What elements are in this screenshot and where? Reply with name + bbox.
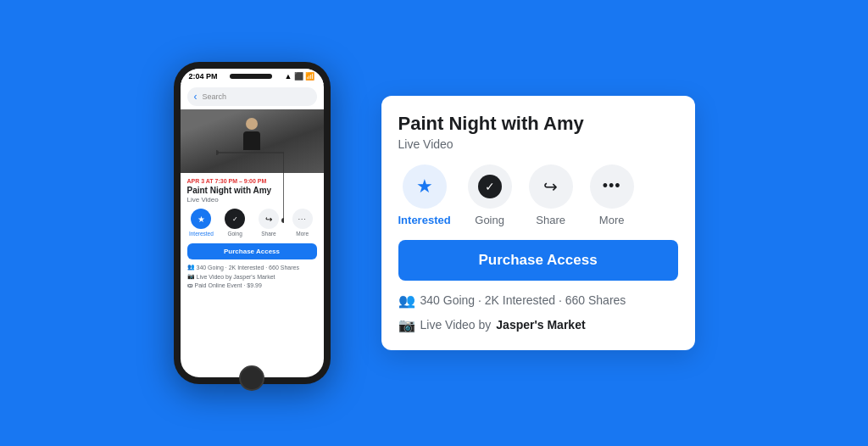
phone-stats: 👥 340 Going · 2K Interested · 660 Shares (187, 264, 317, 270)
phone-interested-label: Interested (189, 231, 214, 237)
phone-interested-btn[interactable]: ★ Interested (187, 209, 216, 237)
phone-going-btn[interactable]: ✓ Going (220, 209, 249, 237)
phone-paid-icon: 🎟 (187, 282, 193, 288)
phone-event-title: Paint Night with Amy (187, 186, 317, 195)
popup-interested-label: Interested (398, 214, 451, 226)
popup-live-prefix: Live Video by (420, 318, 492, 332)
phone-interested-circle: ★ (191, 209, 211, 229)
popup-stats-text: 340 Going · 2K Interested · 660 Shares (420, 293, 626, 307)
phone-paid-text: Paid Online Event · $9.99 (195, 282, 262, 288)
phone-share-label: Share (261, 231, 275, 237)
more-icon: ••• (603, 177, 621, 195)
popup-live-host: Jasper's Market (496, 318, 585, 332)
check-icon: ✓ (478, 175, 502, 198)
person-head (246, 118, 258, 130)
people-icon: 👥 (398, 293, 415, 309)
phone-share-circle: ↪ (259, 209, 279, 229)
phone-more-btn[interactable]: ··· More (288, 209, 317, 237)
phone-mockup: 2:04 PM ▲ ⬛ 📶 ‹ Search APR (174, 62, 331, 384)
phone-time: 2:04 PM (189, 72, 218, 81)
person-body (243, 131, 260, 150)
popup-stats: 👥 340 Going · 2K Interested · 660 Shares (398, 293, 678, 309)
phone-more-circle: ··· (292, 209, 313, 229)
popup-going-btn[interactable]: ✓ Going (468, 164, 512, 226)
back-arrow-icon[interactable]: ‹ (194, 91, 198, 103)
popup-interested-btn[interactable]: ★ Interested (398, 164, 451, 226)
phone-event-content: APR 3 AT 7:30 PM – 9:00 PM Paint Night w… (181, 173, 324, 377)
popup-purchase-button[interactable]: Purchase Access (398, 240, 678, 281)
phone-search-placeholder: Search (203, 92, 227, 101)
phone-search-bar[interactable]: ‹ Search (187, 87, 317, 106)
phone-screen: 2:04 PM ▲ ⬛ 📶 ‹ Search APR (181, 69, 324, 377)
phone-notch (230, 74, 272, 79)
camera-icon: 📷 (398, 317, 415, 333)
phone-event-image (181, 109, 324, 173)
phone-going-label: Going (227, 231, 242, 237)
popup-more-label: More (599, 214, 625, 226)
popup-subtitle: Live Video (398, 137, 678, 151)
popup-share-label: Share (536, 214, 565, 226)
phone-icons: ▲ ⬛ 📶 (285, 72, 315, 81)
phone-action-buttons: ★ Interested ✓ Going ↪ Share ··· More (187, 209, 317, 237)
phone-share-btn[interactable]: ↪ Share (254, 209, 283, 237)
phone-event-date: APR 3 AT 7:30 PM – 9:00 PM (187, 178, 317, 184)
popup-actions: ★ Interested ✓ Going ↪ Share (398, 164, 678, 226)
phone-paid-event: 🎟 Paid Online Event · $9.99 (187, 282, 317, 288)
phone-event-type: Live Video (187, 196, 317, 203)
popup-more-circle: ••• (590, 164, 634, 209)
phone-camera-icon: 📷 (187, 273, 195, 280)
phone-stats-text: 340 Going · 2K Interested · 660 Shares (197, 265, 299, 270)
popup-going-circle: ✓ (468, 164, 512, 209)
popup-live-video: 📷 Live Video by Jasper's Market (398, 317, 678, 333)
phone-live-video-text: Live Video by Jasper's Market (197, 274, 275, 280)
phone-status-bar: 2:04 PM ▲ ⬛ 📶 (181, 69, 324, 84)
phone-people-icon: 👥 (187, 264, 195, 270)
popup-share-circle: ↪ (529, 164, 573, 209)
phone-live-video: 📷 Live Video by Jasper's Market (187, 273, 317, 280)
share-icon: ↪ (543, 176, 558, 197)
scene: 2:04 PM ▲ ⬛ 📶 ‹ Search APR (0, 0, 868, 446)
phone-home-button[interactable] (239, 365, 264, 391)
popup-more-btn[interactable]: ••• More (590, 164, 634, 226)
popup-card: Paint Night with Amy Live Video ★ Intere… (381, 96, 695, 349)
popup-share-btn[interactable]: ↪ Share (529, 164, 573, 226)
event-image-bg (181, 109, 324, 173)
popup-going-label: Going (475, 214, 504, 226)
popup-interested-circle: ★ (403, 164, 447, 209)
phone-going-circle: ✓ (225, 209, 245, 229)
phone-purchase-button[interactable]: Purchase Access (187, 243, 317, 259)
popup-title: Paint Night with Amy (398, 113, 678, 135)
star-icon: ★ (416, 176, 433, 198)
person-silhouette (237, 118, 267, 164)
phone-more-label: More (296, 231, 309, 237)
